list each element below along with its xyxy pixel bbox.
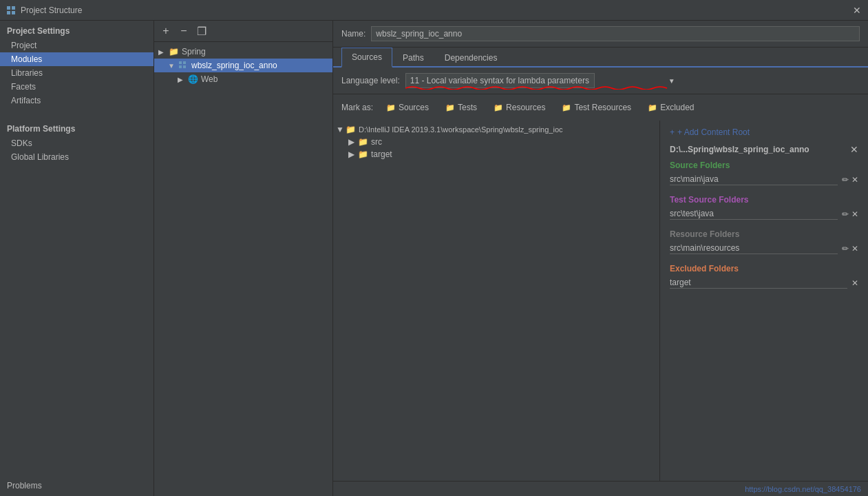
resource-folder-path-0: src\main\resources <box>670 243 838 254</box>
sidebar-item-project[interactable]: Project <box>0 39 154 52</box>
source-folder-path-0: src\main\java <box>670 174 838 185</box>
tree-node-web[interactable]: ▶ 🌐 Web <box>154 72 332 86</box>
mark-excluded-label: Excluded <box>660 103 694 112</box>
svg-rect-7 <box>183 65 186 68</box>
svg-rect-4 <box>179 61 182 64</box>
sidebar-item-sdks[interactable]: SDKs <box>0 136 154 150</box>
tree-node-wbslz[interactable]: ▼ wbslz_spring_ioc_anno <box>154 59 332 72</box>
tab-paths[interactable]: Paths <box>392 48 434 68</box>
name-label: Name: <box>341 29 366 39</box>
tree-node-spring[interactable]: ▶ 📁 Spring <box>154 45 332 59</box>
add-module-button[interactable]: + <box>158 23 173 39</box>
name-input[interactable] <box>371 26 860 41</box>
test-source-folders-title: Test Source Folders <box>670 195 858 205</box>
copy-module-button[interactable]: ❐ <box>194 23 209 39</box>
sidebar-item-label: Project <box>11 41 36 50</box>
resources-folder-icon: 📁 <box>494 103 503 112</box>
add-content-root-label: + Add Content Root <box>677 127 750 137</box>
status-link[interactable]: https://blog.csdn.net/qq_38454176 <box>745 485 861 493</box>
tab-sources[interactable]: Sources <box>341 48 392 68</box>
platform-settings-header: Platform Settings <box>0 118 154 136</box>
file-node-target[interactable]: ▶ 📁 target <box>333 148 659 161</box>
tree-toolbar: + − ❐ <box>154 21 332 42</box>
source-folders-title: Source Folders <box>670 161 858 170</box>
excluded-folders-section: Excluded Folders target ✕ <box>670 264 858 290</box>
sidebar-item-label: Modules <box>11 54 42 64</box>
name-bar: Name: <box>333 21 868 48</box>
excluded-folders-title: Excluded Folders <box>670 264 858 273</box>
edit-test-source-folder-button[interactable]: ✏ <box>842 209 849 219</box>
tree-node-label-wbslz: wbslz_spring_ioc_anno <box>191 61 277 70</box>
sidebar-item-libraries[interactable]: Libraries <box>0 66 154 80</box>
folder-icon-web: 🌐 <box>187 74 198 85</box>
file-node-src[interactable]: ▶ 📁 src <box>333 136 659 148</box>
source-folders-section: Source Folders src\main\java ✏ ✕ <box>670 161 858 187</box>
resource-folder-entry-0: src\main\resources ✏ ✕ <box>670 242 858 256</box>
problems-section[interactable]: Problems <box>0 475 154 496</box>
svg-rect-2 <box>7 11 10 14</box>
mark-as-resources-button[interactable]: 📁 Resources <box>487 100 551 115</box>
tree-node-label-web: Web <box>201 74 218 84</box>
sidebar-divider <box>0 107 154 118</box>
mark-as-excluded-button[interactable]: 📁 Excluded <box>642 100 700 115</box>
sidebar-item-label: Global Libraries <box>11 152 69 162</box>
content-root-header: D:\...Spring\wbslz_spring_ioc_anno ✕ <box>670 144 858 155</box>
edit-source-folder-button[interactable]: ✏ <box>842 175 849 185</box>
resource-folders-section: Resource Folders src\main\resources ✏ ✕ <box>670 229 858 256</box>
remove-excluded-folder-button[interactable]: ✕ <box>851 278 858 288</box>
test-source-folder-entry-0: src\test\java ✏ ✕ <box>670 207 858 221</box>
sidebar-item-label: SDKs <box>11 138 32 148</box>
file-node-label-root: D:\IntelliJ IDEA 2019.3.1\workspace\Spri… <box>359 125 563 134</box>
remove-module-button[interactable]: − <box>176 23 191 39</box>
problems-label: Problems <box>7 481 42 490</box>
close-content-root-button[interactable]: ✕ <box>850 144 858 155</box>
tabs-bar: Sources Paths Dependencies <box>333 48 868 68</box>
file-node-label-src: src <box>371 137 382 147</box>
expand-arrow-wbslz: ▼ <box>168 62 178 70</box>
language-level-bar: Language level: 11 - Local variable synt… <box>333 68 868 94</box>
remove-source-folder-button[interactable]: ✕ <box>851 175 858 185</box>
tree-node-label-spring: Spring <box>182 47 206 56</box>
remove-test-source-folder-button[interactable]: ✕ <box>851 209 858 219</box>
file-tree-panel: ▼ 📁 D:\IntelliJ IDEA 2019.3.1\workspace\… <box>333 121 660 481</box>
folder-icon-target: 📁 <box>358 149 368 159</box>
module-tree-panel: + − ❐ ▶ 📁 Spring ▼ <box>154 21 333 496</box>
language-level-select[interactable]: 11 - Local variable syntax for lambda pa… <box>405 73 595 88</box>
tab-dependencies[interactable]: Dependencies <box>434 48 508 68</box>
folder-icon-root: 📁 <box>346 125 356 134</box>
language-level-wrapper: 11 - Local variable syntax for lambda pa… <box>405 73 681 88</box>
file-node-root[interactable]: ▼ 📁 D:\IntelliJ IDEA 2019.3.1\workspace\… <box>333 123 659 136</box>
test-source-folders-section: Test Source Folders src\test\java ✏ ✕ <box>670 195 858 221</box>
content-root-path: D:\...Spring\wbslz_spring_ioc_anno <box>670 145 809 154</box>
edit-resource-folder-button[interactable]: ✏ <box>842 244 849 254</box>
svg-rect-6 <box>179 65 182 68</box>
expand-arrow-spring: ▶ <box>158 48 168 56</box>
mark-tests-label: Tests <box>458 103 477 112</box>
mark-sources-label: Sources <box>399 103 429 112</box>
svg-rect-5 <box>183 61 186 64</box>
app-icon <box>6 5 17 16</box>
sidebar-item-modules[interactable]: Modules <box>0 52 154 66</box>
source-folder-actions-0: ✏ ✕ <box>842 175 858 185</box>
remove-resource-folder-button[interactable]: ✕ <box>851 244 858 254</box>
mark-as-sources-button[interactable]: 📁 Sources <box>380 100 435 115</box>
test-resources-folder-icon: 📁 <box>562 103 571 112</box>
mark-as-tests-button[interactable]: 📁 Tests <box>439 100 483 115</box>
add-content-root-button[interactable]: + + Add Content Root <box>670 127 858 137</box>
sidebar-item-global-libraries[interactable]: Global Libraries <box>0 150 154 164</box>
excluded-folder-entry-0: target ✕ <box>670 276 858 290</box>
add-icon: + <box>670 127 675 137</box>
sidebar-item-facets[interactable]: Facets <box>0 80 154 94</box>
mark-as-test-resources-button[interactable]: 📁 Test Resources <box>555 100 637 115</box>
module-tree: ▶ 📁 Spring ▼ wbslz_spring_ioc_anno <box>154 42 332 496</box>
source-folder-entry-0: src\main\java ✏ ✕ <box>670 173 858 187</box>
sidebar-item-artifacts[interactable]: Artifacts <box>0 94 154 107</box>
sources-folder-icon: 📁 <box>386 103 396 112</box>
mark-test-resources-label: Test Resources <box>574 103 631 112</box>
language-level-label: Language level: <box>341 76 400 85</box>
close-button[interactable]: ✕ <box>851 5 862 16</box>
details-panel: + + Add Content Root D:\...Spring\wbslz_… <box>660 121 868 481</box>
sidebar-item-label: Artifacts <box>11 96 41 105</box>
resource-folders-title: Resource Folders <box>670 229 858 239</box>
file-node-label-target: target <box>371 149 392 159</box>
